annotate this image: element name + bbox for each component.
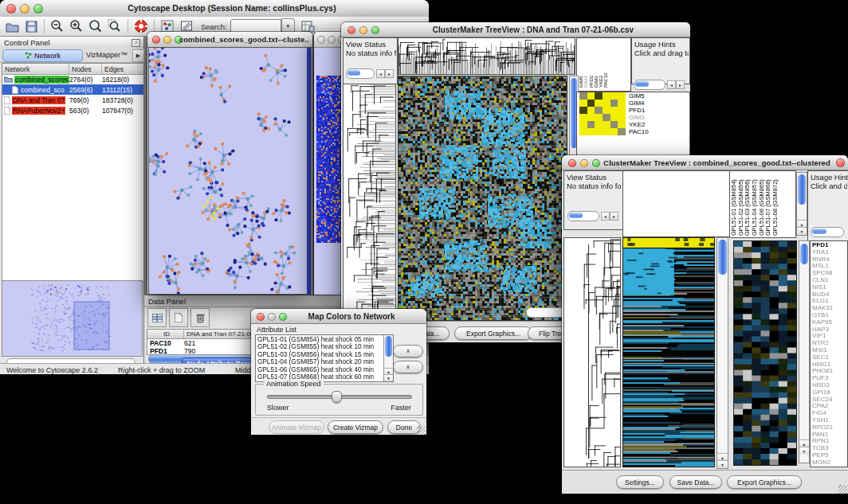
tv2-zoom-vscrollbar[interactable]: ▲ ▼ (799, 240, 810, 463)
animate-vizmap-button[interactable]: Animate Vizmap (269, 420, 324, 434)
close-light[interactable] (317, 36, 325, 44)
scrollbar-thumb[interactable] (385, 336, 392, 357)
save-data-button[interactable]: Save Data... (669, 475, 722, 489)
move-down-button[interactable]: ∨ (393, 361, 423, 373)
zoom-light[interactable] (33, 4, 43, 14)
scroll-right-icon[interactable]: ► (610, 212, 618, 221)
network-row-dna-tran[interactable]: DNA and Tran 07 769(0) 183728(0) (2, 95, 143, 105)
open-icon[interactable] (3, 18, 21, 35)
settings-button[interactable]: Settings... (616, 475, 664, 489)
main-titlebar[interactable]: Cytoscape Desktop (Session Name: collins… (0, 0, 429, 18)
tv2-usage-scrollbar[interactable] (811, 227, 844, 237)
network-overview-canvas[interactable] (2, 281, 142, 356)
zoom-light[interactable] (371, 26, 379, 34)
scrollbar-thumb[interactable] (800, 244, 808, 264)
scroll-right-icon[interactable]: ► (676, 80, 685, 89)
minimize-light[interactable] (20, 4, 29, 14)
close-light[interactable] (6, 4, 16, 14)
zoom-out-icon[interactable] (49, 18, 66, 35)
network-view-vscrollbar[interactable] (307, 48, 311, 294)
network-row-selected[interactable]: combined_sco 2569(6) 13112(15) (2, 84, 143, 95)
attribute-select-icon[interactable] (147, 308, 167, 327)
tv2-zoom-heatmap-canvas[interactable] (734, 241, 796, 465)
resize-grip[interactable] (838, 485, 847, 494)
create-vizmap-button[interactable]: Create Vizmap (328, 420, 383, 434)
scroll-down-icon[interactable]: ▼ (717, 460, 728, 468)
attribute-list-item[interactable]: GPL51-01 (GSM854) heat shock 05 min (257, 336, 383, 343)
tv1-row-dendrogram-canvas[interactable] (344, 84, 395, 320)
minimize-light[interactable] (328, 36, 336, 44)
tab-network[interactable]: Network (2, 49, 83, 62)
done-button[interactable]: Done (387, 420, 421, 434)
export-graphics-button[interactable]: Export Graphics... (727, 475, 802, 489)
scroll-left-icon[interactable]: ◄ (376, 69, 385, 78)
attribute-list-item[interactable]: GPL51-06 (GSM865) heat shock 40 min (257, 366, 383, 373)
scrollbar-thumb[interactable] (718, 240, 727, 275)
close-light[interactable] (152, 36, 160, 44)
scroll-left-icon[interactable]: ◄ (667, 80, 676, 89)
save-icon[interactable] (22, 18, 40, 35)
zoom-selected-icon[interactable] (106, 18, 124, 35)
column-header-edges[interactable]: Edges (102, 64, 143, 74)
zoom-fit-icon[interactable] (87, 18, 104, 35)
control-panel: Control Panel ↗ Network VizMapper™ ▶ Net… (0, 37, 144, 363)
tab-vizmapper[interactable]: VizMapper™ (83, 49, 131, 61)
close-light[interactable] (568, 159, 576, 167)
scroll-down-icon[interactable]: ▼ (797, 227, 807, 235)
matrix-cell (595, 107, 603, 114)
tv2-row-dendrogram-canvas[interactable] (564, 238, 620, 467)
tv2-column-dendrogram-panel[interactable] (622, 170, 730, 237)
minimize-light[interactable] (163, 36, 171, 44)
view-status-scrollbar[interactable]: ◄► (567, 211, 618, 221)
tv2-main-vscrollbar[interactable]: ▲ ▼ (716, 237, 728, 469)
minimize-light[interactable] (268, 313, 276, 321)
tv2-heatmap-canvas[interactable] (623, 238, 714, 467)
attribute-listbox[interactable]: GPL51-01 (GSM854) heat shock 05 minGPL51… (255, 334, 394, 382)
network-view-canvas[interactable] (149, 48, 311, 294)
column-header-id[interactable]: ID (147, 330, 184, 338)
column-header-network[interactable]: Network (2, 64, 69, 74)
resize-grip[interactable] (417, 426, 426, 435)
tv2-top-vscrollbar[interactable]: ▲ ▼ (796, 172, 807, 236)
network-tab-icon (25, 52, 32, 61)
gene-label[interactable]: MON2 (812, 459, 833, 467)
new-attribute-icon[interactable] (169, 308, 188, 327)
help-lifering-icon[interactable] (132, 18, 150, 35)
minimize-light[interactable] (359, 26, 367, 34)
attribute-list-vscrollbar[interactable]: ▲ ▼ (383, 335, 393, 381)
scrollbar-thumb[interactable] (798, 174, 806, 205)
network-row-rnapuber[interactable]: RNAPuberNov2+ 563(0) 107847(0) (2, 105, 143, 115)
scroll-right-icon[interactable]: ► (385, 69, 394, 78)
zoom-in-icon[interactable] (68, 18, 85, 35)
attribute-list-item[interactable]: GPL51-03 (GSM856) heat shock 15 min (257, 351, 383, 358)
dense-network-canvas[interactable] (316, 76, 341, 243)
tv1-heatmap-canvas[interactable] (398, 76, 567, 320)
scroll-down-icon[interactable]: ▼ (384, 374, 393, 381)
view-status-scrollbar[interactable]: ◄► (346, 68, 394, 79)
scroll-down-icon[interactable]: ▼ (799, 447, 809, 455)
scroll-left-icon[interactable]: ◄ (601, 212, 610, 221)
attribute-list-item[interactable]: GPL51-02 (GSM855) heat shock 10 min (257, 343, 383, 350)
network-view-titlebar[interactable]: combined_scores_good.txt--cluste... (147, 32, 312, 48)
float-panel-icon[interactable]: ↗ (132, 39, 140, 47)
close-light[interactable] (257, 313, 265, 321)
tv1-usage-scrollbar[interactable]: ◄► (634, 80, 685, 90)
tv1-zoom-matrix[interactable] (579, 92, 626, 135)
animation-slider-thumb[interactable] (332, 391, 342, 403)
column-header-nodes[interactable]: Nodes (69, 64, 102, 74)
delete-attribute-trash-icon[interactable] (190, 308, 210, 327)
tv1-column-dendrogram-canvas[interactable] (398, 38, 575, 74)
network-row-combined-scores[interactable]: combined_scores 2764(0) 16218(0) (2, 74, 143, 84)
export-graphics-button[interactable]: Export Graphics... (454, 326, 532, 340)
treeview2-titlebar[interactable]: ClusterMaker TreeView : combined_scores_… (562, 155, 848, 170)
attribute-list-item[interactable]: GPL51-04 (GSM857) heat shock 20 min (257, 358, 383, 365)
close-light[interactable] (347, 26, 355, 34)
matrix-cell (618, 121, 626, 128)
minimize-light[interactable] (580, 159, 588, 167)
treeview1-titlebar[interactable]: ClusterMaker TreeView : DNA and Tran 07-… (341, 22, 690, 37)
background-network-titlebar[interactable] (314, 32, 341, 48)
tv2-gene-list[interactable]: PFD1YRA1RNR4MSL1SPC98CLN1NIS1BUD4ELG1MAK… (812, 242, 833, 467)
move-up-button[interactable]: ∧ (393, 345, 423, 357)
tabs-more-button[interactable]: ▶ (132, 49, 144, 62)
dialog-titlebar[interactable]: Map Colors to Network (251, 309, 426, 324)
